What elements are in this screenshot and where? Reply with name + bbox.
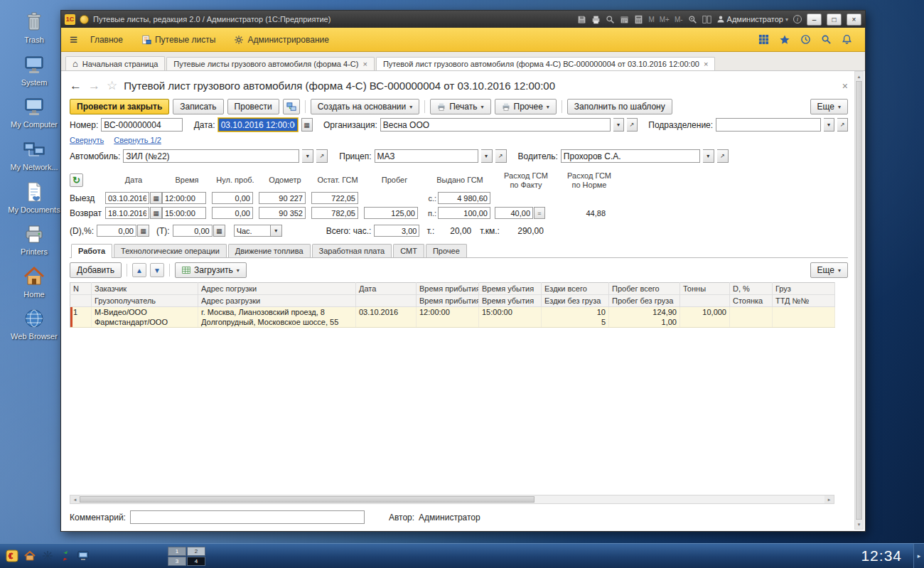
consumption-fact-field[interactable] xyxy=(495,207,533,219)
arrival-cell[interactable]: 12:00:00 xyxy=(417,307,479,318)
fuel-issued-received-field[interactable] xyxy=(438,207,490,219)
scrollbar-thumb[interactable] xyxy=(856,81,862,520)
hamburger-icon[interactable]: ≡ xyxy=(70,33,77,46)
calendar-icon[interactable]: ▦ xyxy=(137,225,149,237)
menu-item-main[interactable]: Главное xyxy=(85,32,129,48)
refresh-button[interactable]: ↻ xyxy=(70,173,83,187)
tab-start-page[interactable]: ⌂ Начальная страница xyxy=(65,56,165,70)
print-menu-button[interactable]: Печать▾ xyxy=(430,99,490,114)
col-consignee[interactable]: Грузополучатель xyxy=(92,295,198,307)
scroll-up-icon[interactable]: ▴ xyxy=(855,72,863,81)
col-trips-total[interactable]: Ездки всего xyxy=(542,283,609,295)
col-date[interactable]: Дата xyxy=(356,283,417,295)
main-menu-round-icon[interactable] xyxy=(80,15,89,24)
tons-cell[interactable]: 10,000 xyxy=(680,307,730,318)
calculator-icon[interactable] xyxy=(634,15,643,24)
desktop-icon-my-computer[interactable]: My Computer xyxy=(6,95,63,129)
departure-zero-run-field[interactable] xyxy=(212,192,253,204)
col-arrival-time-2[interactable]: Время прибытия xyxy=(417,295,479,307)
post-and-close-button[interactable]: Провести и закрыть xyxy=(70,99,169,114)
memory-m-button[interactable]: M xyxy=(648,16,654,23)
col-unload-address[interactable]: Адрес разгрузки xyxy=(198,295,356,307)
calendar-icon[interactable]: ▦ xyxy=(150,192,162,204)
table-row[interactable]: Фармстандарт/ООО Долгопрудный, Московско… xyxy=(70,317,835,328)
calendar-icon[interactable] xyxy=(620,15,629,24)
document-structure-icon-button[interactable] xyxy=(283,99,300,114)
open-icon[interactable]: ↗ xyxy=(627,118,638,132)
division-field[interactable] xyxy=(716,118,821,132)
scroll-left-icon[interactable]: ◂ xyxy=(70,495,80,503)
ttd-cell[interactable] xyxy=(773,317,835,328)
notifications-bell-icon[interactable] xyxy=(842,34,852,45)
tab-tech-operations[interactable]: Технологические операции xyxy=(114,244,227,257)
taskbar-network-icon[interactable] xyxy=(41,550,54,562)
tab-fuel-movement[interactable]: Движение топлива xyxy=(228,244,311,257)
organization-field[interactable] xyxy=(380,118,611,132)
cargo-cell[interactable] xyxy=(773,307,835,318)
add-row-button[interactable]: Добавить xyxy=(70,262,122,278)
desktop-icon-web-browser[interactable]: Web Browser xyxy=(6,306,63,341)
panel-hide-arrow-icon[interactable]: ▸ xyxy=(913,544,924,568)
chevron-down-icon[interactable]: ▾ xyxy=(613,118,624,132)
trips-total-cell[interactable]: 10 xyxy=(542,307,609,318)
car-field[interactable] xyxy=(123,149,299,163)
return-time-field[interactable] xyxy=(162,207,206,219)
history-clock-icon[interactable] xyxy=(800,34,811,45)
equals-button[interactable]: = xyxy=(534,207,545,219)
chevron-down-icon[interactable]: ▾ xyxy=(302,149,313,163)
favorite-star-icon[interactable]: ☆ xyxy=(107,78,117,93)
departure-fuel-rest-field[interactable] xyxy=(311,192,358,204)
col-run-total[interactable]: Пробег всего xyxy=(609,283,680,295)
favorites-star-icon[interactable] xyxy=(779,34,790,45)
date-field[interactable] xyxy=(218,118,298,132)
scrollbar-thumb[interactable] xyxy=(80,496,534,503)
workspace-4[interactable]: 4 xyxy=(187,557,205,566)
collapse-half-link[interactable]: Свернуть 1/2 xyxy=(114,136,161,144)
departure-cell[interactable]: 15:00:00 xyxy=(479,307,542,318)
panels-icon[interactable] xyxy=(702,15,711,24)
departure-time-field[interactable] xyxy=(162,192,206,204)
comment-field[interactable] xyxy=(130,510,365,524)
memory-mplus-button[interactable]: M+ xyxy=(660,16,670,23)
scroll-down-icon[interactable]: ▾ xyxy=(855,520,863,529)
tab-work[interactable]: Работа xyxy=(71,244,112,258)
table-row[interactable]: 1 М-Видео/ООО г. Москва, Лианозовский пр… xyxy=(70,307,835,318)
t-field[interactable] xyxy=(173,225,213,237)
info-icon[interactable]: i xyxy=(793,15,802,23)
maximize-button[interactable]: □ xyxy=(827,14,842,26)
load-address-cell[interactable]: г. Москва, Лианозовский проезд, 8 xyxy=(198,307,356,318)
tab-smt[interactable]: СМТ xyxy=(393,244,424,257)
calendar-icon[interactable]: ▦ xyxy=(150,207,162,219)
close-icon[interactable]: × xyxy=(362,60,367,68)
tab-waybill-list[interactable]: Путевые листы грузового автомобиля (форм… xyxy=(166,57,375,70)
run-total-cell[interactable]: 124,90 xyxy=(609,307,680,318)
taskbar-monitor-icon[interactable] xyxy=(77,550,90,562)
workspace-2[interactable]: 2 xyxy=(187,547,205,556)
return-fuel-rest-field[interactable] xyxy=(311,207,358,219)
col-run-empty[interactable]: Пробег без груза xyxy=(609,295,680,307)
workspace-1[interactable]: 1 xyxy=(168,547,186,556)
return-zero-run-field[interactable] xyxy=(212,207,253,219)
consignee-cell[interactable]: Фармстандарт/ООО xyxy=(92,317,198,328)
col-arrival-time[interactable]: Время прибытия xyxy=(417,283,479,295)
departure-date-field[interactable] xyxy=(105,192,149,204)
open-icon[interactable]: ↗ xyxy=(717,149,729,163)
col-parking[interactable]: Стоянка xyxy=(730,295,773,307)
trailer-field[interactable] xyxy=(375,149,478,163)
desktop-icon-my-network[interactable]: My Network... xyxy=(6,137,63,172)
return-date-field[interactable] xyxy=(105,207,149,219)
col-d-percent[interactable]: D, % xyxy=(730,283,773,295)
chevron-down-icon[interactable]: ▾ xyxy=(271,225,282,237)
taskbar-home-icon[interactable] xyxy=(23,550,36,562)
col-ttd[interactable]: ТТД №№ xyxy=(773,295,835,307)
d-percent-field[interactable] xyxy=(97,225,136,237)
print-icon[interactable] xyxy=(591,15,601,24)
save-icon[interactable] xyxy=(577,15,586,24)
chevron-down-icon[interactable]: ▾ xyxy=(481,149,493,163)
open-icon[interactable]: ↗ xyxy=(837,118,848,132)
col-departure-time-2[interactable]: Время убытия xyxy=(479,295,542,307)
number-field[interactable] xyxy=(101,118,183,132)
horizontal-scrollbar[interactable]: ◂ ▸ xyxy=(70,495,834,504)
taskbar-arrows-icon[interactable] xyxy=(59,550,72,562)
col-n[interactable]: N xyxy=(70,283,92,295)
